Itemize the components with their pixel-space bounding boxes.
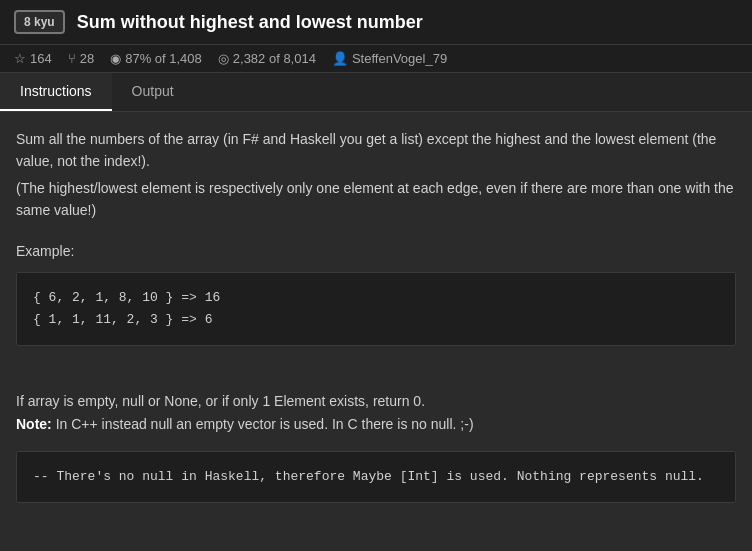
forks-meta: ⑂ 28 [68, 51, 94, 66]
stars-count: 164 [30, 51, 52, 66]
kyu-badge: 8 kyu [14, 10, 65, 34]
completions-meta: ◎ 2,382 of 8,014 [218, 51, 316, 66]
author-meta: 👤 SteffenVogel_79 [332, 51, 447, 66]
code-example-block: { 6, 2, 1, 8, 10 } => 16 { 1, 1, 11, 2, … [16, 272, 736, 346]
user-icon: 👤 [332, 51, 348, 66]
description-line2: (The highest/lowest element is respectiv… [16, 177, 736, 222]
percent-meta: ◉ 87% of 1,408 [110, 51, 202, 66]
stars-meta: ☆ 164 [14, 51, 52, 66]
note-bold-label: Note: [16, 416, 52, 432]
author-name: SteffenVogel_79 [352, 51, 447, 66]
note-line1: If array is empty, null or None, or if o… [16, 390, 736, 412]
forks-count: 28 [80, 51, 94, 66]
challenge-title: Sum without highest and lowest number [77, 12, 423, 33]
note-section: If array is empty, null or None, or if o… [16, 390, 736, 435]
note-text-body: In C++ instead null an empty vector is u… [56, 416, 474, 432]
description-line1: Sum all the numbers of the array (in F# … [16, 128, 736, 173]
code-bottom-text: -- There's no null in Haskell, therefore… [33, 466, 719, 488]
tabs-row: Instructions Output [0, 73, 752, 112]
fork-icon: ⑂ [68, 51, 76, 66]
meta-row: ☆ 164 ⑂ 28 ◉ 87% of 1,408 ◎ 2,382 of 8,0… [0, 45, 752, 73]
example-label: Example: [16, 240, 736, 262]
star-icon: ☆ [14, 51, 26, 66]
content-area: Sum all the numbers of the array (in F# … [0, 112, 752, 519]
header: 8 kyu Sum without highest and lowest num… [0, 0, 752, 45]
tab-output[interactable]: Output [112, 73, 194, 111]
completions-value: 2,382 of 8,014 [233, 51, 316, 66]
percent-icon: ◉ [110, 51, 121, 66]
code-example-line2: { 1, 1, 11, 2, 3 } => 6 [33, 309, 719, 331]
tab-instructions[interactable]: Instructions [0, 73, 112, 111]
note-line2: Note: In C++ instead null an empty vecto… [16, 413, 736, 435]
code-example-line1: { 6, 2, 1, 8, 10 } => 16 [33, 287, 719, 309]
code-bottom-block: -- There's no null in Haskell, therefore… [16, 451, 736, 503]
percent-value: 87% of 1,408 [125, 51, 202, 66]
completion-icon: ◎ [218, 51, 229, 66]
